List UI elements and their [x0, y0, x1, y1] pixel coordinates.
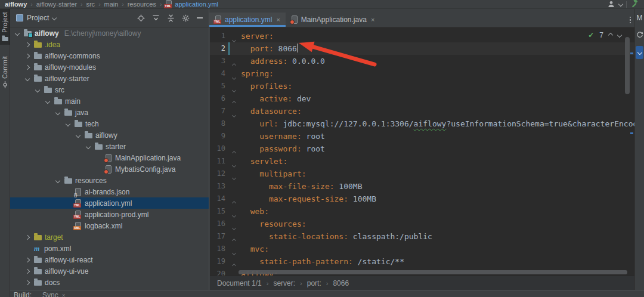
- line-number[interactable]: 2: [210, 42, 225, 55]
- tree-expander[interactable]: [24, 66, 31, 69]
- project-panel-title[interactable]: Project: [27, 14, 49, 22]
- line-number[interactable]: 17: [210, 230, 225, 243]
- editor-horizontal-scrollbar[interactable]: [239, 270, 627, 274]
- line-number[interactable]: 9: [210, 130, 225, 143]
- tree-row-application-prod-yml[interactable]: YMLapplication-prod.yml: [10, 209, 209, 220]
- tree-expander[interactable]: [54, 111, 61, 115]
- line-number[interactable]: 10: [210, 143, 225, 155]
- code-line-8[interactable]: 8 url: jdbc:mysql://127.0.0.1:3306/aiflo…: [210, 117, 634, 130]
- breadcrumb-item[interactable]: main: [104, 0, 118, 8]
- code-line-3[interactable]: 3 address: 0.0.0.0: [210, 55, 634, 67]
- editor-vertical-scrollbar[interactable]: [625, 37, 630, 94]
- code-line-10[interactable]: 10 password: root: [210, 143, 634, 155]
- settings-gear-icon[interactable]: [182, 14, 190, 22]
- code-line-1[interactable]: 1server:: [210, 30, 634, 42]
- editor-breadcrumb-item[interactable]: port:: [307, 279, 321, 287]
- tree-expander[interactable]: [14, 32, 21, 35]
- user-menu-chevron-icon[interactable]: [618, 2, 623, 7]
- tree-row-aiflowy[interactable]: aiflowy: [10, 129, 209, 141]
- build-panel-bar[interactable]: Build: Sync ×: [10, 290, 644, 297]
- breadcrumb-item[interactable]: YMLapplication.yml: [165, 0, 218, 8]
- breadcrumb-item[interactable]: resources: [128, 0, 156, 8]
- line-number[interactable]: 18: [210, 243, 225, 255]
- code-line-9[interactable]: 9 username: root: [210, 130, 634, 143]
- tab-close-icon[interactable]: ×: [371, 16, 374, 23]
- tree-expander[interactable]: [24, 281, 31, 284]
- line-number[interactable]: 13: [210, 180, 225, 193]
- build-hammer-icon[interactable]: [630, 0, 639, 8]
- tree-row-starter[interactable]: starter: [10, 141, 209, 152]
- code-line-4[interactable]: 4spring:: [210, 67, 634, 80]
- tree-row-src[interactable]: src: [10, 84, 209, 95]
- tree-row-aiflowy[interactable]: aiflowyE:\chenyj\money\aiflowy: [10, 27, 209, 39]
- line-number[interactable]: 15: [210, 205, 225, 218]
- line-number[interactable]: 14: [210, 193, 225, 205]
- code-line-6[interactable]: 6 active: dev: [210, 92, 634, 105]
- tab-close-icon[interactable]: ×: [276, 16, 280, 23]
- line-number[interactable]: 4: [210, 67, 225, 80]
- tree-row-ai-brands-json[interactable]: {}ai-brands.json: [10, 186, 209, 197]
- editor[interactable]: 1server:2 port: 80663 address: 0.0.0.04s…: [210, 27, 634, 276]
- stripe-project-button[interactable]: Project: [0, 9, 10, 45]
- code-line-13[interactable]: 13 max-file-size: 100MB: [210, 180, 634, 193]
- tree-expander[interactable]: [75, 134, 82, 137]
- code-line-19[interactable]: 19 static-path-pattern: /static/**: [210, 255, 634, 268]
- tree-row-resources[interactable]: resources: [10, 175, 209, 186]
- tab-list-more-icon[interactable]: [630, 17, 631, 24]
- code-line-18[interactable]: 18 mvc:: [210, 243, 634, 255]
- error-stripe-mark[interactable]: [630, 52, 633, 54]
- editor-breadcrumb-item[interactable]: Document 1/1: [217, 279, 262, 287]
- tree-row-mainapplication-java[interactable]: MainApplication.java: [10, 152, 209, 163]
- code-line-16[interactable]: 16 resources:: [210, 218, 634, 230]
- line-number[interactable]: 8: [210, 117, 225, 130]
- breadcrumb-item[interactable]: aiflowy: [5, 0, 27, 8]
- editor-breadcrumb-item[interactable]: server:: [273, 279, 295, 287]
- tree-row-aiflowy-modules[interactable]: aiflowy-modules: [10, 61, 209, 73]
- line-number[interactable]: 7: [210, 105, 225, 117]
- tree-row--idea[interactable]: .idea: [10, 39, 209, 50]
- tree-row-logback-xml[interactable]: XMLlogback.xml: [10, 220, 209, 231]
- build-tab-close-icon[interactable]: ×: [62, 290, 66, 297]
- tree-row-aiflowy-commons[interactable]: aiflowy-commons: [10, 50, 209, 61]
- tree-expander[interactable]: [24, 236, 31, 239]
- code-line-7[interactable]: 7 datasource:: [210, 105, 634, 117]
- scroll-from-source-icon[interactable]: [152, 14, 160, 22]
- stripe-commit-button[interactable]: Commit: [0, 53, 10, 91]
- tree-expander[interactable]: [24, 258, 31, 262]
- expand-widget-button[interactable]: [636, 46, 643, 59]
- tree-expander[interactable]: [24, 270, 31, 273]
- tree-row-main[interactable]: main: [10, 95, 209, 107]
- tree-expander[interactable]: [24, 54, 31, 58]
- breadcrumb-item[interactable]: src: [86, 0, 95, 8]
- code-line-11[interactable]: 11 servlet:: [210, 155, 634, 168]
- tree-row-java[interactable]: java: [10, 107, 209, 118]
- breadcrumb-item[interactable]: aiflowy-starter: [36, 0, 77, 8]
- hide-panel-icon[interactable]: [197, 17, 203, 18]
- refresh-icon[interactable]: [636, 32, 643, 39]
- tree-expander[interactable]: [64, 122, 72, 126]
- line-number[interactable]: 6: [210, 92, 225, 105]
- inspections-widget[interactable]: ✓ 7: [588, 31, 621, 39]
- line-number[interactable]: 16: [210, 218, 225, 230]
- panel-splitter[interactable]: [209, 9, 209, 290]
- line-number[interactable]: 3: [210, 55, 225, 67]
- tree-expander[interactable]: [44, 100, 51, 103]
- editor-breadcrumb-item[interactable]: 8066: [333, 279, 349, 287]
- collapse-all-icon[interactable]: [167, 14, 175, 22]
- tree-row-application-yml[interactable]: YMLapplication.yml: [10, 197, 209, 209]
- tree-row-aiflowy-starter[interactable]: aiflowy-starter: [10, 73, 209, 84]
- next-problem-icon[interactable]: [617, 33, 622, 38]
- line-number[interactable]: 1: [210, 30, 225, 42]
- code-line-15[interactable]: 15 web:: [210, 205, 634, 218]
- code-line-14[interactable]: 14 max-request-size: 100MB: [210, 193, 634, 205]
- code-line-12[interactable]: 12 multipart:: [210, 168, 634, 180]
- tree-expander[interactable]: [24, 43, 31, 47]
- tree-expander[interactable]: [85, 145, 92, 148]
- error-stripe-mark[interactable]: [630, 132, 633, 134]
- tree-row-aiflowy-ui-vue[interactable]: aiflowy-ui-vue: [10, 265, 209, 277]
- tree-row-target[interactable]: target: [10, 231, 209, 243]
- tree-expander[interactable]: [54, 179, 61, 182]
- user-profile-icon[interactable]: [608, 1, 615, 8]
- locate-file-icon[interactable]: [137, 14, 145, 22]
- line-number[interactable]: 19: [210, 255, 225, 268]
